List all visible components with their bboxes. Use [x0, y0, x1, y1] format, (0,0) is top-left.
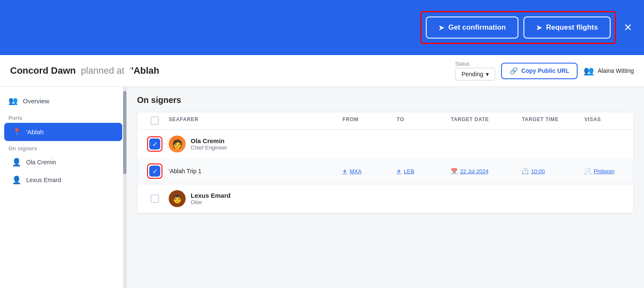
sidebar: 👥 Overview Ports 📍 'Ablah On signers 👤 O… — [0, 87, 127, 288]
th-visas: VISAS — [584, 116, 627, 125]
trip-name: 'Ablah Trip 1 — [169, 168, 339, 174]
th-to: TO — [397, 116, 447, 125]
subheader-right: Status Pending ▾ 🔗 Copy Public URL 👥 Ala… — [455, 61, 634, 80]
status-group: Status Pending ▾ — [455, 61, 495, 80]
link-icon: 🔗 — [510, 67, 518, 75]
seafarer-lexus-name: Lexus Emard — [191, 192, 230, 199]
subheader: Concord Dawn planned at ''Ablah Status P… — [0, 55, 644, 87]
sidebar-item-overview[interactable]: 👥 Overview — [0, 91, 126, 111]
trip-checkbox-wrap: ✓ — [144, 163, 165, 179]
avatar-lexus: 👨 — [169, 190, 186, 207]
signers-table: SEAFARER FROM TO TARGET DATE TARGET TIME… — [137, 112, 634, 214]
trip-visas[interactable]: 📄 Philippin — [584, 168, 627, 174]
th-seafarer: SEAFARER — [169, 116, 339, 125]
user-avatar-icon: 👥 — [584, 66, 594, 76]
user-badge: 👥 Alaina Witting — [584, 66, 634, 76]
header-action-buttons: ➤ Get confirmation ➤ Request flights — [420, 11, 616, 44]
table-header: SEAFARER FROM TO TARGET DATE TARGET TIME… — [137, 112, 633, 130]
seafarer-row-ola: ✓ 🧑 Ola Cremin Chief Engineer — [137, 130, 633, 184]
seafarer-lexus-role: Oiler — [191, 199, 230, 205]
checkbox-ola-outer[interactable]: ✓ — [147, 136, 162, 152]
checkbox-lexus[interactable] — [151, 194, 159, 203]
trip-to[interactable]: ✈ LEB — [397, 168, 447, 174]
main-content: On signers SEAFARER FROM TO TARGET DATE … — [127, 87, 644, 288]
seafarer-lexus-header: 👨 Lexus Emard Oiler — [137, 184, 633, 213]
copy-public-url-button[interactable]: 🔗 Copy Public URL — [501, 63, 578, 79]
trip-row-ablah1: ✓ 'Ablah Trip 1 ✈ MXA ✈ LEB 📅 22 Jul 2 — [137, 158, 633, 184]
main-layout: 👥 Overview Ports 📍 'Ablah On signers 👤 O… — [0, 87, 644, 288]
page-header: ➤ Get confirmation ➤ Request flights ✕ — [0, 0, 644, 55]
trip-target-date[interactable]: 📅 22 Jul 2024 — [451, 168, 518, 174]
send-icon-2: ➤ — [536, 24, 542, 32]
chevron-down-icon: ▾ — [486, 71, 489, 78]
page-title: Concord Dawn planned at ''Ablah — [10, 65, 159, 76]
sidebar-ports-label: Ports — [0, 111, 126, 123]
arrive-icon: ✈ — [397, 168, 401, 174]
trip-checkbox-inner: ✓ — [149, 166, 160, 177]
trip-from[interactable]: ✈ MXA — [343, 168, 393, 174]
checkbox-lexus-wrap — [144, 194, 165, 203]
th-checkbox — [144, 116, 165, 125]
seafarer-lexus-info: 👨 Lexus Emard Oiler — [169, 190, 339, 207]
checkbox-ola-inner: ✓ — [149, 138, 160, 150]
seafarer-row-lexus: 👨 Lexus Emard Oiler — [137, 184, 633, 213]
checkbox-ola-wrap: ✓ — [144, 136, 165, 152]
sidebar-on-signers-label: On signers — [0, 141, 126, 153]
trip-checkbox-outer[interactable]: ✓ — [147, 163, 162, 179]
person-icon-1: 👤 — [12, 158, 21, 167]
calendar-icon: 📅 — [451, 168, 458, 174]
depart-icon: ✈ — [343, 168, 347, 174]
seafarer-ola-role: Chief Engineer — [191, 144, 227, 151]
request-flights-button[interactable]: ➤ Request flights — [523, 17, 611, 39]
status-dropdown[interactable]: Pending ▾ — [455, 68, 495, 80]
section-title: On signers — [137, 95, 634, 105]
header-checkbox[interactable] — [151, 116, 159, 125]
th-from: FROM — [343, 116, 393, 125]
seafarer-ola-header: ✓ 🧑 Ola Cremin Chief Engineer — [137, 130, 633, 158]
location-icon: 📍 — [13, 128, 21, 136]
clock-icon: 🕐 — [522, 168, 529, 174]
seafarer-ola-info: 🧑 Ola Cremin Chief Engineer — [169, 136, 339, 152]
get-confirmation-button[interactable]: ➤ Get confirmation — [426, 17, 518, 39]
sidebar-signer-ola[interactable]: 👤 Ola Cremin — [0, 153, 126, 171]
trip-target-time[interactable]: 🕐 10:00 — [522, 168, 581, 174]
th-target-date: TARGET DATE — [451, 116, 518, 125]
sidebar-item-ablah[interactable]: 📍 'Ablah — [4, 123, 122, 141]
avatar-ola: 🧑 — [169, 136, 186, 152]
seafarer-ola-name: Ola Cremin — [191, 137, 227, 144]
document-icon: 📄 — [584, 168, 591, 174]
sidebar-signer-lexus[interactable]: 👤 Lexus Emard — [0, 171, 126, 189]
th-target-time: TARGET TIME — [522, 116, 581, 125]
send-icon: ➤ — [438, 24, 444, 32]
person-icon-2: 👤 — [12, 175, 21, 185]
close-button[interactable]: ✕ — [620, 20, 636, 35]
people-icon: 👥 — [8, 96, 18, 105]
